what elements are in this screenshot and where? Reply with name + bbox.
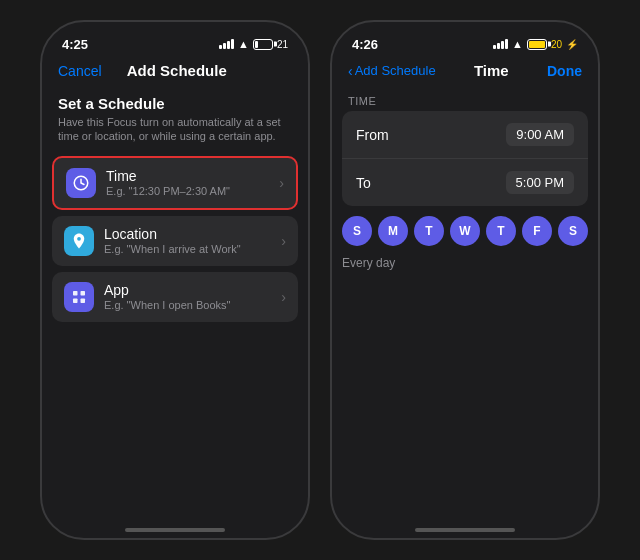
signal-icon-right: [493, 39, 508, 49]
app-icon-bg: [64, 282, 94, 312]
svg-rect-3: [81, 291, 86, 296]
battery-icon: [253, 39, 273, 50]
back-chevron-icon: ‹: [348, 63, 353, 79]
schedule-header-subtitle: Have this Focus turn on automatically at…: [58, 115, 292, 144]
location-pin-icon: [70, 232, 88, 250]
svg-rect-2: [73, 291, 78, 296]
status-icons-right: ▲ 20 ⚡: [493, 38, 578, 50]
location-chevron-icon: ›: [281, 233, 286, 249]
from-label: From: [356, 127, 389, 143]
time-item-title: Time: [106, 168, 279, 184]
time-section-label: TIME: [332, 87, 598, 111]
schedule-header-title: Set a Schedule: [58, 95, 292, 112]
done-button[interactable]: Done: [547, 63, 582, 79]
time-item-subtitle: E.g. "12:30 PM–2:30 AM": [106, 185, 279, 197]
phone-right: 4:26 ▲ 20 ⚡ ‹ Add Schedule Time Done TIM…: [330, 20, 600, 540]
app-grid-icon: [70, 288, 88, 306]
status-bar-right: 4:26 ▲ 20 ⚡: [332, 22, 598, 58]
home-bar-left: [125, 528, 225, 532]
cancel-button[interactable]: Cancel: [58, 63, 102, 79]
svg-rect-4: [73, 298, 78, 303]
days-row: S M T W T F S: [332, 206, 598, 250]
day-wednesday[interactable]: W: [450, 216, 480, 246]
time-icon-bg: [66, 168, 96, 198]
wifi-icon: ▲: [238, 38, 249, 50]
content-left: Set a Schedule Have this Focus turn on a…: [42, 87, 308, 514]
clock-icon: [72, 174, 90, 192]
back-button[interactable]: ‹ Add Schedule: [348, 63, 436, 79]
time-item-text: Time E.g. "12:30 PM–2:30 AM": [106, 168, 279, 197]
home-indicator-right: [332, 514, 598, 538]
day-friday[interactable]: F: [522, 216, 552, 246]
home-bar-right: [415, 528, 515, 532]
svg-point-1: [77, 236, 81, 240]
nav-title-left: Add Schedule: [127, 62, 227, 79]
location-item-title: Location: [104, 226, 281, 242]
status-icons-left: ▲ 21: [219, 38, 288, 50]
time-rows: From 9:00 AM To 5:00 PM: [342, 111, 588, 206]
app-chevron-icon: ›: [281, 289, 286, 305]
status-bar-left: 4:25 ▲ 21: [42, 22, 308, 58]
lightning-icon: ⚡: [566, 39, 578, 50]
day-sunday[interactable]: S: [342, 216, 372, 246]
battery-icon-right: [527, 39, 547, 50]
schedule-item-app[interactable]: App E.g. "When I open Books" ›: [52, 272, 298, 322]
day-monday[interactable]: M: [378, 216, 408, 246]
schedule-header: Set a Schedule Have this Focus turn on a…: [42, 87, 308, 156]
from-value: 9:00 AM: [506, 123, 574, 146]
battery-percent: 21: [277, 39, 288, 50]
app-item-subtitle: E.g. "When I open Books": [104, 299, 281, 311]
battery-percent-right: 20: [551, 39, 562, 50]
to-value: 5:00 PM: [506, 171, 574, 194]
nav-bar-right: ‹ Add Schedule Time Done: [332, 58, 598, 87]
location-item-subtitle: E.g. "When I arrive at Work": [104, 243, 281, 255]
day-saturday[interactable]: S: [558, 216, 588, 246]
time-chevron-icon: ›: [279, 175, 284, 191]
nav-title-right: Time: [474, 62, 509, 79]
content-right: TIME From 9:00 AM To 5:00 PM S M T W T F…: [332, 87, 598, 514]
phone-left: 4:25 ▲ 21 Cancel Add Schedule Set a Sche…: [40, 20, 310, 540]
day-thursday[interactable]: T: [486, 216, 516, 246]
status-time-right: 4:26: [352, 37, 378, 52]
home-indicator-left: [42, 514, 308, 538]
wifi-icon-right: ▲: [512, 38, 523, 50]
app-item-title: App: [104, 282, 281, 298]
schedule-items: Time E.g. "12:30 PM–2:30 AM" › Location …: [42, 156, 308, 322]
location-item-text: Location E.g. "When I arrive at Work": [104, 226, 281, 255]
app-item-text: App E.g. "When I open Books": [104, 282, 281, 311]
time-row-to[interactable]: To 5:00 PM: [342, 159, 588, 206]
schedule-item-location[interactable]: Location E.g. "When I arrive at Work" ›: [52, 216, 298, 266]
every-day-label: Every day: [332, 250, 598, 276]
back-label: Add Schedule: [355, 63, 436, 78]
location-icon-bg: [64, 226, 94, 256]
signal-icon: [219, 39, 234, 49]
schedule-item-time[interactable]: Time E.g. "12:30 PM–2:30 AM" ›: [52, 156, 298, 210]
status-time-left: 4:25: [62, 37, 88, 52]
to-label: To: [356, 175, 371, 191]
svg-rect-5: [81, 298, 86, 303]
day-tuesday[interactable]: T: [414, 216, 444, 246]
nav-bar-left: Cancel Add Schedule: [42, 58, 308, 87]
time-row-from[interactable]: From 9:00 AM: [342, 111, 588, 159]
